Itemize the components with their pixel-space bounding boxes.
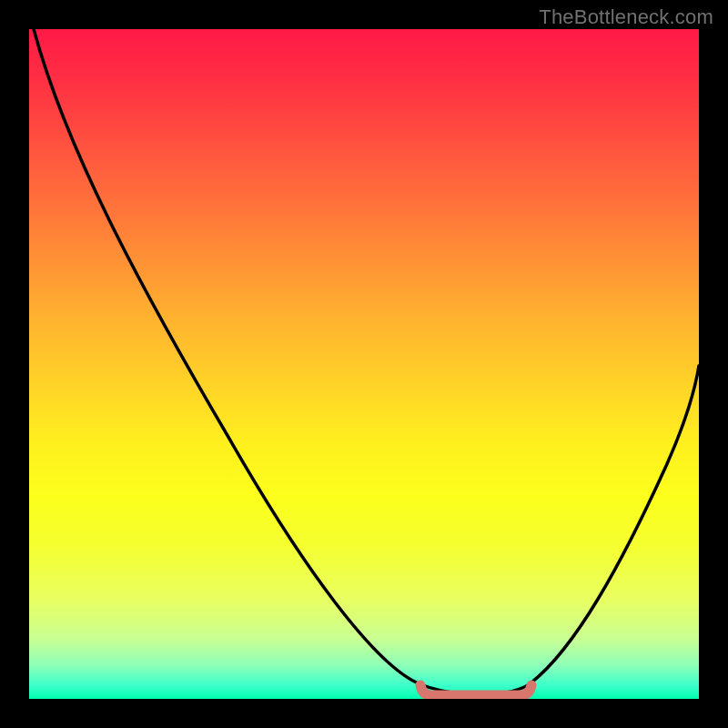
curve-overlay <box>29 29 699 699</box>
attribution-text: TheBottleneck.com <box>539 5 713 29</box>
basin-marker <box>420 685 531 695</box>
gradient-plot-area <box>29 29 699 699</box>
chart-frame: TheBottleneck.com <box>0 0 728 728</box>
bottleneck-curve <box>34 29 699 694</box>
